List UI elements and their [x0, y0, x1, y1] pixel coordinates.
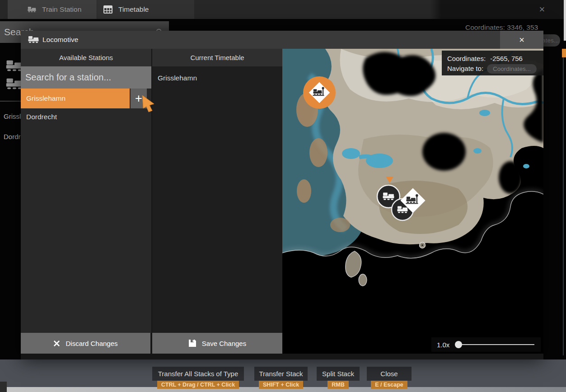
coordinates-value: -2565, 756	[490, 55, 523, 62]
dialog-header: Locomotive ×	[21, 31, 543, 49]
train-icon	[28, 6, 36, 13]
station-marker-selected[interactable]	[303, 76, 336, 109]
background-station-item[interactable]: Dordrecht	[0, 132, 21, 142]
dialog-close-button[interactable]: ×	[500, 31, 543, 49]
zoom-slider[interactable]	[455, 341, 535, 348]
close-button[interactable]: Close	[367, 367, 412, 381]
tab-label: Train Station	[42, 5, 81, 14]
window-close-button[interactable]: ×	[534, 2, 550, 17]
hotkey-hint: CTRL + Drag / CTRL + Click	[157, 381, 239, 389]
zoom-slider-handle[interactable]	[455, 341, 462, 348]
transfer-stack-button[interactable]: Transfer Stack	[254, 367, 308, 381]
save-changes-button[interactable]: Save Changes	[152, 333, 282, 354]
map-zoom-control: 1.0x	[431, 337, 541, 352]
current-timetable-panel	[152, 66, 282, 333]
dialog-title: Locomotive	[42, 31, 78, 49]
current-timetable-header: Current Timetable	[152, 49, 282, 66]
save-icon	[188, 339, 196, 347]
hotkey-hint: SHIFT + Click	[259, 381, 303, 389]
tab-train-station[interactable]: Train Station	[8, 0, 97, 19]
station-search-input[interactable]	[21, 72, 146, 83]
app-screen: Train Station Timetable × Coordinates: 3…	[0, 0, 566, 392]
divider	[0, 101, 21, 102]
window-tab-bar: Train Station Timetable ×	[0, 0, 566, 19]
split-stack-button[interactable]: Split Stack	[317, 367, 360, 381]
transfer-stack-group: Transfer Stack SHIFT + Click	[254, 367, 308, 389]
world-map[interactable]: Coordinates: -2565, 756 Navigate to: Coo…	[282, 49, 543, 354]
timetable-entry[interactable]: Grisslehamn	[158, 71, 280, 85]
tab-timetable[interactable]: Timetable	[97, 0, 194, 19]
zoom-slider-track[interactable]	[458, 344, 534, 345]
available-stations-header: Available Stations	[21, 49, 151, 66]
navigate-row: Navigate to: Coordinates...	[447, 64, 543, 74]
x-icon	[53, 340, 60, 347]
close-group: Close E / Escape	[367, 367, 412, 389]
scene-corner	[0, 382, 7, 392]
transfer-all-stacks-group: Transfer All Stacks of Type CTRL + Drag …	[152, 367, 244, 389]
background-station-item[interactable]: Grisslehamn	[0, 112, 21, 121]
mouse-cursor	[141, 95, 156, 113]
hotkey-hint: RMB	[327, 381, 348, 389]
right-edge-line	[563, 57, 564, 355]
zoom-level: 1.0x	[437, 341, 449, 349]
right-edge-highlight	[564, 0, 566, 41]
right-edge-orange-marker	[562, 49, 566, 57]
split-stack-group: Split Stack RMB	[317, 367, 360, 389]
station-row-grisslehamn-selected[interactable]: Grisslehamn	[21, 89, 130, 108]
hotkey-hint: E / Escape	[371, 381, 407, 389]
table-icon	[103, 5, 112, 14]
map-canvas[interactable]	[282, 49, 543, 354]
station-row-dordrecht[interactable]: Dordrecht	[21, 108, 151, 125]
discard-changes-button[interactable]: Discard Changes	[21, 333, 150, 354]
map-coordinates-overlay: Coordinates: -2565, 756 Navigate to: Coo…	[442, 51, 543, 75]
navigate-coordinates-field[interactable]: Coordinates...	[487, 64, 537, 74]
locomotive-icon	[28, 36, 39, 43]
tab-label: Timetable	[118, 5, 149, 14]
station-search-box[interactable]	[21, 66, 151, 89]
coordinates-row: Coordinates: -2565, 756	[447, 54, 543, 64]
locomotive-timetable-dialog: Locomotive × Available Stations Current …	[21, 31, 543, 359]
transfer-all-stacks-button[interactable]: Transfer All Stacks of Type	[152, 367, 244, 381]
